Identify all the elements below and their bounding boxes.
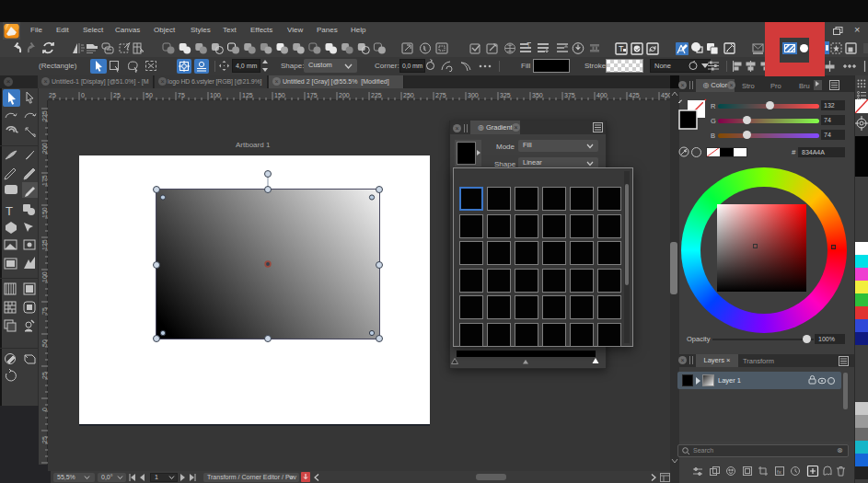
svg-text:fx: fx (777, 469, 781, 475)
svg-text:275: 275 (435, 92, 446, 98)
svg-text:200: 200 (41, 143, 48, 154)
svg-text:300: 300 (468, 92, 479, 98)
svg-text:450: 450 (661, 92, 670, 98)
svg-text:200: 200 (339, 92, 350, 98)
svg-text:25: 25 (41, 436, 48, 443)
svg-text:T: T (6, 204, 13, 218)
svg-text:375: 375 (564, 92, 575, 98)
svg-text:50: 50 (41, 339, 48, 347)
svg-text:75: 75 (41, 307, 48, 315)
svg-text:0: 0 (41, 408, 48, 411)
svg-text:350: 350 (532, 92, 543, 98)
svg-text:T: T (527, 41, 531, 48)
svg-text:100: 100 (41, 271, 48, 282)
svg-text:0: 0 (81, 92, 85, 98)
svg-text:175: 175 (41, 175, 48, 186)
svg-text:400: 400 (596, 92, 608, 98)
svg-text:150: 150 (41, 207, 48, 218)
svg-text:225: 225 (41, 110, 48, 121)
svg-text:75: 75 (178, 92, 185, 98)
svg-text:225: 225 (371, 92, 382, 98)
svg-text:250: 250 (403, 92, 414, 98)
svg-text:125: 125 (242, 92, 253, 98)
svg-text:50: 50 (145, 92, 153, 98)
svg-text:425: 425 (629, 92, 640, 98)
svg-text:125: 125 (41, 239, 48, 250)
svg-text:100: 100 (210, 92, 221, 98)
svg-text:325: 325 (500, 92, 511, 98)
svg-text:25: 25 (113, 92, 121, 98)
svg-text:150: 150 (274, 92, 285, 98)
svg-text:25: 25 (49, 92, 56, 98)
svg-text:175: 175 (307, 92, 318, 98)
svg-text:25: 25 (41, 372, 48, 379)
